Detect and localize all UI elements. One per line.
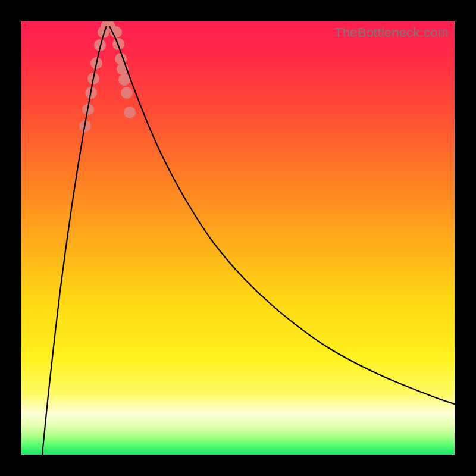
- cluster-dot: [121, 87, 133, 99]
- right-branch: [109, 26, 455, 404]
- watermark-text: TheBottleneck.com: [334, 25, 449, 40]
- cluster-dots: [79, 21, 136, 132]
- plot-area: TheBottleneck.com: [21, 21, 455, 455]
- cluster-dot: [124, 107, 136, 118]
- left-branch: [42, 26, 107, 455]
- v-curve-svg: [21, 21, 455, 455]
- outer-frame: TheBottleneck.com: [0, 0, 476, 476]
